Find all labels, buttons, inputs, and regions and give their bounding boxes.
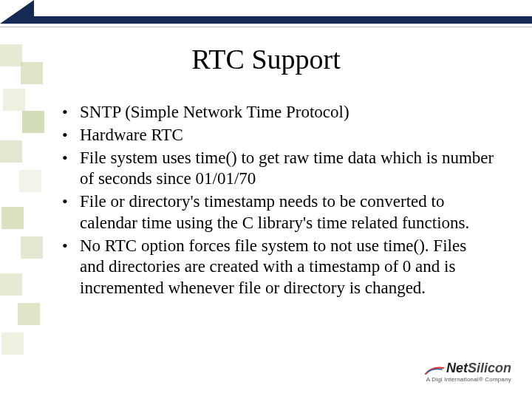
brand-name: NetSilicon	[424, 361, 511, 376]
brand-left: Net	[446, 361, 468, 375]
slide-body: SNTP (Simple Network Time Protocol) Hard…	[61, 102, 495, 301]
header-bar	[27, 16, 532, 24]
swoosh-icon	[424, 364, 445, 374]
header-rule	[0, 27, 532, 27]
list-item: File or directory's timestamp needs to b…	[61, 191, 495, 234]
footer-logo: NetSilicon A Digi International® Company	[424, 361, 511, 383]
list-item: File system uses time() to get raw time …	[61, 148, 495, 191]
slide-title: RTC Support	[0, 43, 532, 75]
brand-tagline: A Digi International® Company	[424, 376, 511, 383]
brand-right: Silicon	[468, 361, 511, 375]
list-item: Hardware RTC	[61, 125, 495, 146]
bullet-list: SNTP (Simple Network Time Protocol) Hard…	[61, 102, 495, 299]
list-item: No RTC option forces file system to not …	[61, 236, 495, 299]
list-item: SNTP (Simple Network Time Protocol)	[61, 102, 495, 123]
